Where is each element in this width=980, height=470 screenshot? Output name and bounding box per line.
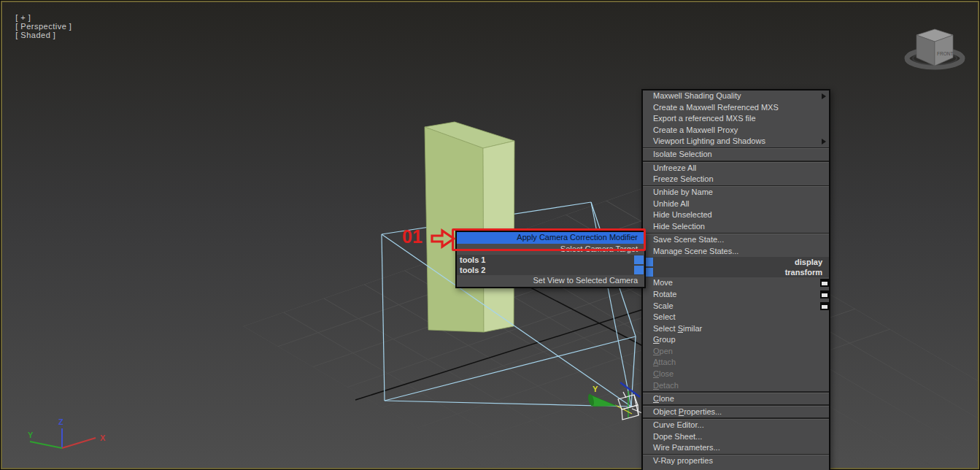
- settings-box-icon[interactable]: [820, 279, 829, 287]
- quad-title-label: tools 2: [460, 266, 485, 274]
- quad-title-transform[interactable]: transform: [643, 267, 829, 277]
- menu-item-object-properties[interactable]: Object Properties...: [643, 407, 829, 418]
- menu-item-label: Open: [653, 347, 673, 355]
- menu-item-label: Close: [653, 369, 674, 378]
- menu-item-viewport-lighting-and-shadows[interactable]: Viewport Lighting and Shadows: [643, 136, 829, 147]
- submenu-arrow-icon: [822, 139, 826, 145]
- menu-item-label: Object Properties...: [653, 407, 722, 416]
- box-front-face: [425, 127, 484, 332]
- max-viewport-screenshot: Y Z X Y FRONT: [0, 0, 980, 470]
- menu-item-label: Create a Maxwell Referenced MXS: [653, 103, 779, 112]
- camera-object[interactable]: Y: [587, 382, 642, 420]
- menu-item-apply-camera-correction-modifier[interactable]: Apply Camera Correction Modifier: [457, 232, 644, 244]
- menu-item-label: Unhide All: [653, 199, 690, 208]
- menu-item-label: Save Scene State...: [653, 235, 724, 244]
- menu-item-label: Create a Maxwell Proxy: [653, 126, 738, 134]
- menu-item-label: Unhide by Name: [653, 188, 713, 196]
- menu-item-v-ray-properties[interactable]: V-Ray properties: [643, 455, 829, 467]
- menu-item-clone[interactable]: Clone: [643, 393, 829, 405]
- menu-item-save-scene-state[interactable]: Save Scene State...: [643, 234, 829, 246]
- menu-item-label: Move: [653, 278, 673, 287]
- menu-item-open: Open: [643, 346, 829, 358]
- menu-item-label: Clone: [653, 394, 674, 403]
- menu-item-freeze-selection[interactable]: Freeze Selection: [643, 174, 829, 185]
- menu-item-wire-parameters[interactable]: Wire Parameters...: [643, 442, 829, 454]
- settings-box-icon[interactable]: [820, 302, 829, 310]
- menu-item-hide-unselected[interactable]: Hide Unselected: [643, 209, 829, 221]
- menu-item-detach: Detach: [643, 380, 829, 392]
- menu-item-label: Apply Camera Correction Modifier: [517, 233, 638, 242]
- menu-item-label: Detach: [653, 381, 679, 390]
- menu-item-rotate[interactable]: Rotate: [643, 289, 829, 301]
- menu-item-label: Select Camera Target: [560, 244, 638, 253]
- menu-item-label: Scale: [653, 301, 674, 310]
- menu-item-label: Rotate: [653, 290, 676, 298]
- menu-item-hide-selection[interactable]: Hide Selection: [643, 221, 829, 233]
- tripod-y-label: Y: [28, 431, 34, 439]
- menu-item-attach: Attach: [643, 357, 829, 369]
- menu-item-create-a-maxwell-proxy[interactable]: Create a Maxwell Proxy: [643, 125, 829, 136]
- menu-item-scale[interactable]: Scale: [643, 301, 829, 312]
- menu-item-manage-scene-states[interactable]: Manage Scene States...: [643, 246, 829, 258]
- menu-item-label: Select: [653, 312, 676, 321]
- quad-title-tools-1[interactable]: tools 1: [457, 255, 644, 265]
- quad-menu-left-column: Apply Camera Correction ModifierSelect C…: [455, 231, 646, 288]
- box-object[interactable]: [425, 122, 514, 332]
- quad-title-label: transform: [785, 268, 822, 277]
- menu-item-move[interactable]: Move: [643, 277, 829, 289]
- viewcube-front-label: FRONT: [937, 51, 953, 56]
- menu-item-isolate-selection[interactable]: Isolate Selection: [643, 149, 829, 161]
- menu-item-label: V-Ray properties: [653, 456, 713, 465]
- menu-item-select-camera-target[interactable]: Select Camera Target: [457, 244, 644, 255]
- viewport-shading-menu[interactable]: [ Shaded ]: [15, 31, 55, 39]
- menu-item-label: Export a referenced MXS file: [653, 114, 756, 123]
- menu-item-label: Manage Scene States...: [653, 247, 738, 255]
- menu-item-label: Hide Selection: [653, 222, 705, 231]
- quad-title-square: [634, 255, 644, 264]
- menu-item-unhide-by-name[interactable]: Unhide by Name: [643, 187, 829, 199]
- submenu-arrow-icon: [822, 93, 826, 99]
- menu-item-label: Unfreeze All: [653, 163, 696, 172]
- menu-item-group[interactable]: Group: [643, 334, 829, 346]
- quad-menu-right-column: Maxwell Shading QualityCreate a Maxwell …: [641, 89, 830, 470]
- gizmo-axis-label: Y: [593, 385, 598, 393]
- menu-item-label: Group: [653, 335, 676, 344]
- menu-item-maxwell-shading-quality[interactable]: Maxwell Shading Quality: [643, 90, 829, 102]
- menu-item-label: Dope Sheet...: [653, 432, 702, 441]
- menu-item-export-a-referenced-mxs-file[interactable]: Export a referenced MXS file: [643, 113, 829, 125]
- quad-title-label: tools 1: [460, 255, 485, 264]
- axis-tripod: Z X Y: [28, 417, 106, 448]
- quad-title-display[interactable]: display: [643, 257, 829, 267]
- tripod-x-label: X: [100, 434, 106, 442]
- quad-title-label: display: [795, 258, 822, 266]
- menu-item-label: Hide Unselected: [653, 210, 712, 219]
- viewport-pov-menu[interactable]: [ Perspective ]: [15, 22, 72, 31]
- menu-item-set-view-to-selected-camera[interactable]: Set View to Selected Camera: [457, 275, 644, 287]
- quad-title-square: [634, 266, 644, 274]
- menu-item-label: Attach: [653, 358, 676, 366]
- quad-title-tools-2[interactable]: tools 2: [457, 265, 644, 275]
- settings-box-icon[interactable]: [820, 290, 829, 298]
- menu-item-dope-sheet[interactable]: Dope Sheet...: [643, 431, 829, 443]
- viewport-label: [ + ] [ Perspective ] [ Shaded ]: [5, 4, 74, 48]
- menu-item-label: Maxwell Shading Quality: [653, 91, 741, 100]
- viewcube[interactable]: FRONT: [907, 29, 962, 67]
- menu-item-curve-editor[interactable]: Curve Editor...: [643, 420, 829, 431]
- menu-item-label: Set View to Selected Camera: [533, 276, 638, 285]
- menu-item-label: Isolate Selection: [653, 150, 712, 158]
- menu-item-select[interactable]: Select: [643, 312, 829, 323]
- menu-item-label: Wire Parameters...: [653, 443, 720, 452]
- menu-item-label: Viewport Lighting and Shadows: [653, 136, 765, 145]
- menu-item-unhide-all[interactable]: Unhide All: [643, 199, 829, 210]
- tripod-z-label: Z: [58, 417, 63, 426]
- menu-item-label: Select Similar: [653, 324, 702, 333]
- menu-item-select-similar[interactable]: Select Similar: [643, 323, 829, 335]
- viewport-general-menu[interactable]: [ + ]: [15, 13, 31, 22]
- menu-item-label: Curve Editor...: [653, 420, 704, 429]
- menu-item-close: Close: [643, 369, 829, 380]
- menu-item-label: Freeze Selection: [653, 174, 714, 183]
- menu-item-create-a-maxwell-referenced-mxs[interactable]: Create a Maxwell Referenced MXS: [643, 102, 829, 114]
- menu-item-unfreeze-all[interactable]: Unfreeze All: [643, 163, 829, 174]
